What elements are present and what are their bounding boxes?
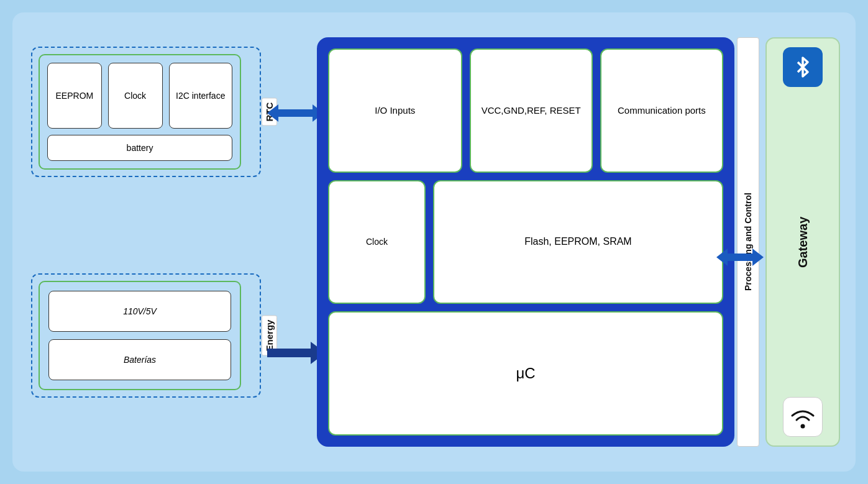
arrow-left-head [267, 104, 278, 122]
mcu-top-row: I/O Inputs VCC,GND,REF, RESET Communicat… [328, 48, 723, 173]
arrow-shaft-rtc [278, 109, 313, 117]
wifi-icon [783, 397, 823, 437]
energy-block: 110V/5V Baterías Energy [31, 273, 261, 398]
processing-label: Processing and Control [737, 37, 759, 447]
io-inputs-box: I/O Inputs [328, 48, 462, 173]
arrow-rtc [267, 104, 324, 122]
clock-box: Clock [108, 63, 163, 129]
wifi-svg [789, 405, 816, 429]
gateway-block: Gateway [765, 37, 840, 447]
rtc-block: EEPROM Clock I2C interface battery RTC [31, 47, 261, 177]
energy-inner: 110V/5V Baterías [39, 281, 241, 390]
eeprom-box: EEPROM [47, 63, 102, 129]
arrow-shaft-gateway [728, 253, 752, 261]
comm-ports-box: Communication ports [600, 48, 723, 173]
i2c-box: I2C interface [169, 63, 233, 129]
bluetooth-icon [783, 47, 823, 87]
flash-box: Flash, EEPROM, SRAM [433, 180, 723, 304]
battery-energy-box: Baterías [48, 339, 231, 380]
double-arrow-gateway [716, 249, 764, 266]
gateway-label-text: Gateway [796, 87, 810, 397]
mcu-middle-row: Clock Flash, EEPROM, SRAM [328, 180, 723, 304]
arrow-shaft-energy [267, 349, 311, 357]
mcu-bottom-row: μC [328, 311, 723, 436]
voltage-box: 110V/5V [48, 291, 231, 332]
uc-box: μC [328, 311, 723, 436]
clock-mcu-box: Clock [328, 180, 426, 304]
arrow-gateway [716, 249, 764, 266]
battery-box: battery [47, 135, 232, 161]
mcu-block: I/O Inputs VCC,GND,REF, RESET Communicat… [317, 37, 734, 447]
svg-point-0 [801, 424, 805, 429]
rtc-inner: EEPROM Clock I2C interface battery [39, 54, 241, 170]
vcc-box: VCC,GND,REF, RESET [470, 48, 593, 173]
rtc-top-row: EEPROM Clock I2C interface [47, 63, 232, 129]
arrow-gateway-left [716, 249, 728, 266]
bluetooth-svg [792, 56, 814, 78]
double-arrow-rtc [267, 104, 324, 122]
arrow-gateway-right [752, 249, 764, 266]
main-container: EEPROM Clock I2C interface battery RTC [12, 12, 856, 472]
